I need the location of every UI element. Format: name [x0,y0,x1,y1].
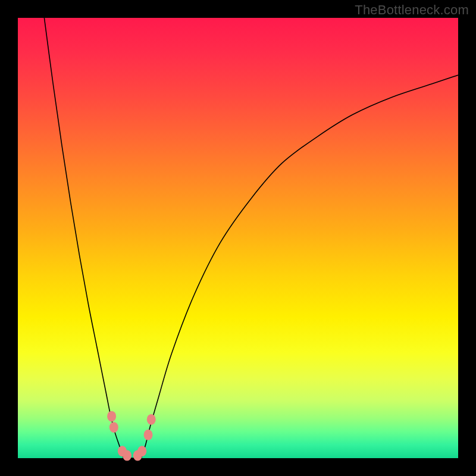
highlight-dot [109,422,118,433]
highlight-dot [147,414,156,425]
watermark-text: TheBottleneck.com [355,2,469,18]
highlight-dot [137,446,146,456]
chart-stage: TheBottleneck.com [0,0,476,476]
highlight-markers [107,411,156,461]
highlight-dot [144,430,153,440]
curve-right-branch [141,75,458,458]
plot-svg [18,18,458,458]
highlight-dot [123,450,131,461]
plot-area [18,18,458,458]
highlight-dot [107,411,116,422]
curve-left-branch [44,18,123,458]
